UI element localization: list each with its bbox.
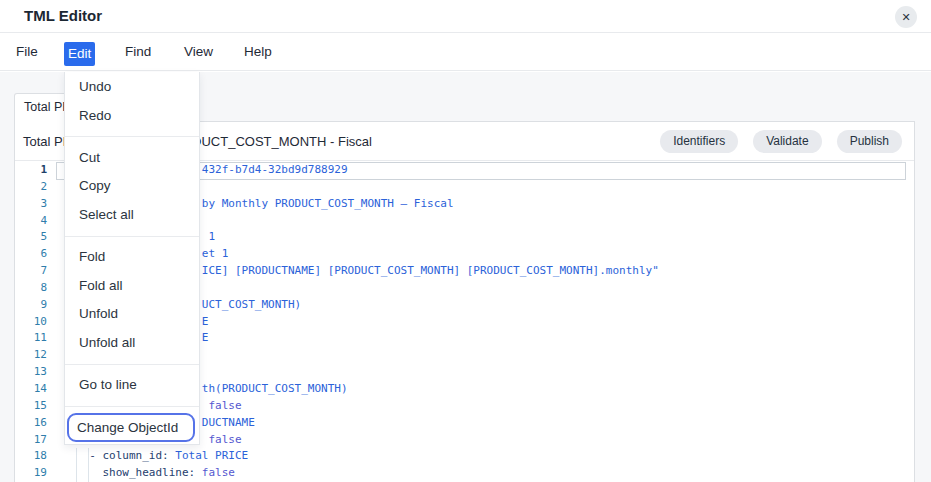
menubar-item-view[interactable]: View (184, 33, 213, 71)
menu-item-change-objectid[interactable]: Change ObjectId (67, 413, 195, 442)
line-number: 1 (15, 162, 56, 179)
code-line-text: - column_id: Total PRICE (56, 448, 248, 465)
line-number: 12 (15, 347, 56, 364)
menubar-item-help[interactable]: Help (244, 33, 272, 71)
edit-menu-dropdown: UndoRedoCutCopySelect allFoldFold allUnf… (64, 72, 200, 445)
menubar-item-find[interactable]: Find (125, 33, 151, 71)
menubar-item-edit[interactable]: Edit (64, 42, 95, 66)
line-number: 13 (15, 364, 56, 381)
menu-item-select-all[interactable]: Select all (65, 201, 199, 230)
validate-button[interactable]: Validate (753, 130, 821, 153)
line-number: 18 (15, 448, 56, 465)
line-number: 17 (15, 432, 56, 449)
line-number: 14 (15, 381, 56, 398)
menu-item-fold-all[interactable]: Fold all (65, 272, 199, 301)
menu-item-unfold-all[interactable]: Unfold all (65, 329, 199, 358)
line-number: 19 (15, 465, 56, 482)
line-number: 16 (15, 415, 56, 432)
menu-divider (65, 364, 199, 365)
line-number: 3 (15, 196, 56, 213)
code-line-19[interactable]: 19 show_headline: false (15, 465, 914, 482)
line-number: 5 (15, 229, 56, 246)
line-number: 10 (15, 314, 56, 331)
close-icon: ✕ (901, 11, 910, 23)
menu-item-undo[interactable]: Undo (65, 73, 199, 102)
code-line-18[interactable]: 18 - column_id: Total PRICE (15, 448, 914, 465)
menu-divider (65, 236, 199, 237)
identifiers-button[interactable]: Identifiers (660, 130, 738, 153)
window-header: TML Editor ✕ (0, 0, 931, 33)
menubar: FileEditFindViewHelp (0, 33, 931, 71)
menu-item-redo[interactable]: Redo (65, 102, 199, 131)
menu-divider (65, 406, 199, 407)
menu-item-copy[interactable]: Copy (65, 172, 199, 201)
menu-divider (65, 136, 199, 137)
line-number: 7 (15, 263, 56, 280)
menu-item-cut[interactable]: Cut (65, 144, 199, 173)
tml-editor-window: TML Editor ✕ FileEditFindViewHelp Total … (0, 0, 931, 482)
menu-item-go-to-line[interactable]: Go to line (65, 371, 199, 400)
editor-actions: IdentifiersValidatePublish (660, 130, 902, 153)
menu-item-fold[interactable]: Fold (65, 243, 199, 272)
window-title: TML Editor (24, 7, 102, 24)
close-button[interactable]: ✕ (895, 6, 917, 28)
line-number: 8 (15, 280, 56, 297)
line-number: 2 (15, 179, 56, 196)
line-number: 4 (15, 213, 56, 230)
menu-item-unfold[interactable]: Unfold (65, 300, 199, 329)
menubar-item-file[interactable]: File (16, 33, 38, 71)
line-number: 15 (15, 398, 56, 415)
line-number: 6 (15, 246, 56, 263)
code-line-text: show_headline: false (56, 465, 235, 482)
publish-button[interactable]: Publish (837, 130, 902, 153)
line-number: 11 (15, 330, 56, 347)
line-number: 9 (15, 297, 56, 314)
